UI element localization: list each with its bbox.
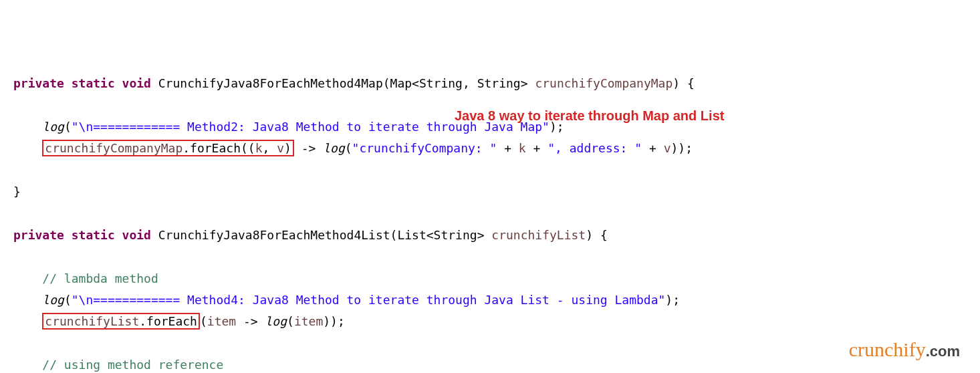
var-crunchifyList: crunchifyList [45, 314, 139, 328]
foreach-call: forEach(( [190, 141, 255, 155]
generic-open: < [412, 76, 419, 90]
type-map: Map [390, 76, 412, 90]
tail: )); [670, 141, 693, 155]
plus: + [642, 141, 664, 155]
log-call: log [265, 314, 287, 328]
arrow: -> [236, 314, 265, 328]
keyword-void: void [122, 76, 151, 90]
string-literal: ", address: " [547, 141, 642, 155]
dot: . [182, 141, 190, 155]
generic-close: > [477, 228, 485, 242]
var-v: v [664, 141, 671, 155]
tail: )); [323, 314, 345, 328]
plus: + [497, 141, 519, 155]
string-literal: "crunchifyCompany: " [352, 141, 497, 155]
lambda-k: k [255, 141, 263, 155]
generic-open: < [426, 228, 434, 242]
type-string: String [477, 76, 521, 90]
log-call: log [42, 293, 64, 307]
logo-tld: .com [926, 343, 960, 360]
paren: ) [284, 141, 291, 155]
type-list: List [397, 228, 426, 242]
generic-close: > [521, 76, 528, 90]
annotation-text: Java 8 way to iterate through Map and Li… [455, 104, 724, 128]
keyword-void: void [122, 228, 151, 242]
param-name: crunchifyCompanyMap [535, 76, 672, 90]
comment-lambda: // lambda method [42, 271, 158, 285]
log-call: log [42, 120, 64, 134]
foreach-call: .forEach [139, 314, 197, 328]
lambda-item: item [294, 314, 323, 328]
sig-tail: ) { [586, 228, 608, 242]
lambda-v: v [277, 141, 284, 155]
param-name: crunchifyList [491, 228, 586, 242]
plus: + [526, 141, 548, 155]
sig-tail: ) { [672, 76, 695, 90]
keyword-static: static [72, 76, 115, 90]
keyword-private: private [13, 228, 64, 242]
lambda-item: item [207, 314, 236, 328]
type-string: String [419, 76, 463, 90]
paren-open: ( [200, 314, 207, 328]
keyword-private: private [13, 76, 64, 90]
keyword-static: static [72, 228, 115, 242]
arrow: -> [294, 141, 323, 155]
type-string: String [434, 228, 477, 242]
tail: ); [665, 293, 680, 307]
method-name-list: CrunchifyJava8ForEachMethod4List [158, 228, 390, 242]
highlight-box-list-foreach-lambda: crunchifyList.forEach [42, 313, 200, 330]
logo: crunchify.com [849, 332, 960, 368]
comma: , [263, 141, 277, 155]
generic-sep: , [463, 76, 477, 90]
string-literal: "\n============ Method4: Java8 Method to… [72, 293, 666, 307]
highlight-box-map-foreach: crunchifyCompanyMap.forEach((k, v) [42, 140, 294, 156]
brace-close: } [13, 184, 21, 199]
var-crunchifyCompanyMap: crunchifyCompanyMap [45, 141, 182, 155]
log-call: log [323, 141, 345, 155]
method-name-map: CrunchifyJava8ForEachMethod4Map [158, 76, 383, 90]
var-k: k [519, 141, 526, 155]
comment-methodref: // using method reference [42, 358, 223, 372]
logo-brand: crunchify [849, 338, 926, 360]
